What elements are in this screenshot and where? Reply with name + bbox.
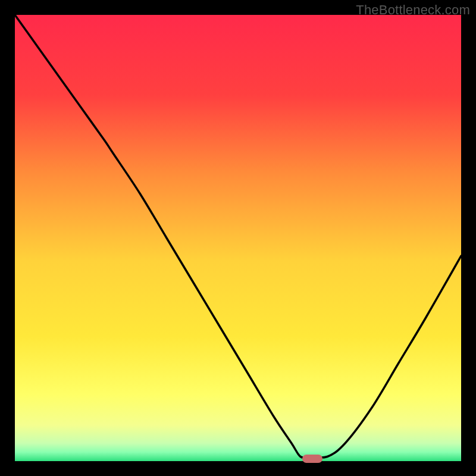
plot-area	[15, 15, 461, 461]
bottleneck-marker	[302, 455, 322, 463]
watermark-label: TheBottleneck.com	[356, 2, 470, 18]
bottleneck-curve	[15, 15, 461, 461]
chart-frame: TheBottleneck.com	[0, 0, 476, 476]
